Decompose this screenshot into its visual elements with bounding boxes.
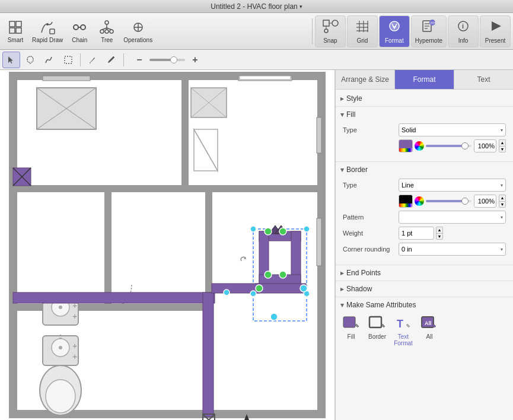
make-same-text-format[interactable]: T TextFormat <box>393 315 414 346</box>
fill-opacity-down[interactable]: ▼ <box>499 146 506 153</box>
tool-lasso[interactable] <box>21 52 39 68</box>
tree-label: Tree <box>101 37 113 43</box>
fill-opacity-up[interactable]: ▲ <box>499 139 506 146</box>
snap-label: Snap <box>323 37 337 44</box>
svg-point-9 <box>105 21 109 24</box>
zoom-in-button[interactable]: + <box>186 52 204 68</box>
border-weight-stepper[interactable]: ▲ ▼ <box>436 227 443 240</box>
svg-point-98 <box>304 226 310 232</box>
main-area: + + + + <box>0 70 513 420</box>
border-weight-down[interactable]: ▼ <box>436 233 443 240</box>
toolbar-format[interactable]: Format <box>379 15 410 47</box>
fill-opacity-slider[interactable] <box>426 145 471 147</box>
toolbar-grid[interactable]: Grid <box>347 15 378 47</box>
tool-pen[interactable] <box>84 52 101 68</box>
title-bar: Untitled 2 - HVAC floor plan ▾ <box>0 0 513 13</box>
svg-text:i: i <box>462 23 464 30</box>
tool-pointer[interactable] <box>2 52 20 68</box>
make-same-border-label: Border <box>368 333 386 340</box>
svg-rect-112 <box>369 317 381 327</box>
endpoints-section-header[interactable]: ▶ End Points <box>336 266 513 279</box>
fill-opacity-value[interactable]: 100% <box>474 139 496 152</box>
svg-point-102 <box>256 285 263 292</box>
border-weight-input[interactable]: 1 pt <box>399 227 434 240</box>
tool-rect-select[interactable] <box>59 52 77 68</box>
corner-rounding-select[interactable]: 0 in ▾ <box>399 243 506 256</box>
panel-content: ▶ Style ▶ Fill Type Solid ▾ <box>336 90 513 420</box>
toolbar-tree[interactable]: Tree <box>94 15 120 47</box>
divider-4 <box>336 281 513 281</box>
zoom-out-button[interactable]: − <box>130 52 148 68</box>
svg-point-101 <box>224 289 230 295</box>
svg-rect-60 <box>240 76 291 79</box>
make-same-all-icon: All <box>420 315 439 332</box>
svg-point-93 <box>265 228 272 235</box>
svg-rect-82 <box>203 292 214 417</box>
border-weight-up[interactable]: ▲ <box>436 227 443 233</box>
hypernote-label: Hypernote <box>415 37 442 44</box>
canvas[interactable]: + + + + <box>0 70 335 420</box>
corner-rounding-control: 0 in ▾ <box>399 243 506 256</box>
style-section-header[interactable]: ▶ Style <box>336 92 513 105</box>
border-pattern-select[interactable]: ▾ <box>399 211 506 224</box>
title-dropdown-arrow[interactable]: ▾ <box>299 4 302 9</box>
shadow-section-header[interactable]: ▶ Shadow <box>336 282 513 295</box>
fill-section-header[interactable]: ▶ Fill <box>336 108 513 121</box>
svg-point-7 <box>81 25 85 30</box>
svg-point-96 <box>279 271 286 278</box>
tab-arrange-size[interactable]: Arrange & Size <box>336 70 395 89</box>
toolbar-snap[interactable]: Snap <box>315 15 346 47</box>
border-section-header[interactable]: ▶ Border <box>336 163 513 176</box>
border-type-control: Line ▾ <box>399 179 506 192</box>
border-opacity-down[interactable]: ▼ <box>499 201 506 208</box>
toolbar-rapid-draw[interactable]: Rapid Draw <box>30 15 65 47</box>
border-color-circle[interactable] <box>415 196 424 206</box>
border-color-spectrum <box>399 203 412 207</box>
border-weight-control: 1 pt ▲ ▼ <box>399 227 506 240</box>
border-color-row: 100% ▲ ▼ <box>343 195 506 208</box>
border-type-row: Type Line ▾ <box>343 179 506 192</box>
snap-icon <box>322 19 339 36</box>
make-same-section-header[interactable]: ▶ Make Same Attributes <box>336 298 513 311</box>
border-color-swatch[interactable] <box>399 195 413 208</box>
rapid-draw-label: Rapid Draw <box>32 37 63 43</box>
make-same-fill-label: Fill <box>348 333 355 340</box>
chain-icon <box>70 19 89 36</box>
svg-rect-61 <box>317 117 321 153</box>
operations-label: Operations <box>123 37 152 43</box>
fill-opacity-slider-row: 100% ▲ ▼ <box>426 139 506 152</box>
toolbar-hypernote[interactable]: H+ Hypernote <box>411 15 447 47</box>
info-label: Info <box>458 37 469 44</box>
tab-text[interactable]: Text <box>454 70 513 89</box>
border-opacity-slider[interactable] <box>426 200 471 202</box>
border-opacity-up[interactable]: ▲ <box>499 195 506 201</box>
fill-opacity-stepper[interactable]: ▲ ▼ <box>499 139 506 152</box>
toolbar-info[interactable]: i Info <box>448 15 479 47</box>
border-type-label: Type <box>343 182 396 189</box>
toolbar-chain[interactable]: Chain <box>66 15 93 47</box>
toolbar-smart[interactable]: Smart <box>2 15 28 47</box>
toolbar-present[interactable]: Present <box>480 15 511 47</box>
svg-point-99 <box>250 291 256 297</box>
fill-color-swatch[interactable] <box>399 139 413 152</box>
border-opacity-value[interactable]: 100% <box>474 195 496 208</box>
fill-type-select[interactable]: Solid ▾ <box>399 123 506 136</box>
border-color-control: 100% ▲ ▼ <box>399 195 506 208</box>
make-same-text-format-icon: T <box>394 315 413 332</box>
tool-freehand[interactable] <box>40 52 58 68</box>
svg-point-80 <box>46 380 75 413</box>
make-same-all[interactable]: All All <box>419 315 440 340</box>
tool-brush[interactable] <box>103 52 120 68</box>
make-same-fill[interactable]: Fill <box>340 315 362 340</box>
toolbar-operations[interactable]: Operations <box>121 15 155 47</box>
zoom-slider[interactable] <box>149 59 185 61</box>
svg-point-95 <box>265 271 272 278</box>
make-same-border[interactable]: Border <box>367 315 388 340</box>
svg-marker-41 <box>492 21 501 31</box>
border-type-select[interactable]: Line ▾ <box>399 179 506 192</box>
fill-color-circle[interactable] <box>415 141 424 151</box>
tree-icon <box>97 19 116 36</box>
fill-color-main <box>399 140 412 148</box>
border-opacity-stepper[interactable]: ▲ ▼ <box>499 195 506 208</box>
tab-format[interactable]: Format <box>395 70 454 89</box>
